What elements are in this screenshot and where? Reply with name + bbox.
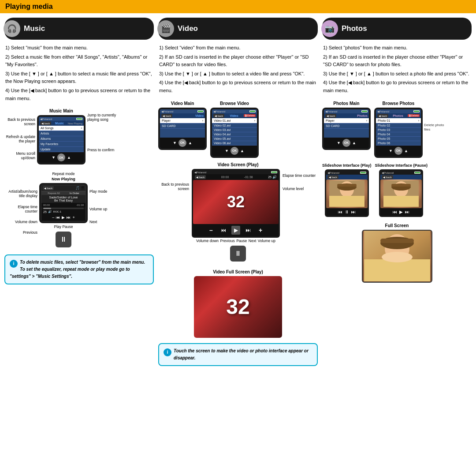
vid-file-6[interactable]: Video 06.avi [212, 141, 257, 146]
battery-indicator-v [197, 110, 204, 112]
vid-ok[interactable]: OK [178, 139, 186, 147]
video-screen-device: ◀Polaroid ◀ back 00:00 -01:38 25 🔊 [192, 169, 280, 238]
player-number: 32 [227, 193, 245, 211]
delete-photos-annotation: Delete photo files [424, 123, 448, 132]
next-btn[interactable]: ⏭ [67, 215, 71, 220]
page-header: Playing media [0, 0, 476, 13]
vol-down-label: Volume down [196, 239, 219, 243]
back-annotation: Back to previous screen [4, 117, 35, 126]
minus-btn[interactable]: – [52, 215, 54, 220]
bp-down[interactable]: ▼ [389, 149, 393, 153]
photo-4[interactable]: Photo 04 [376, 132, 421, 137]
vol-num-np: 25 [43, 210, 47, 213]
browse-photos-label: Browse Photos [383, 101, 415, 106]
update-item[interactable]: Update [39, 147, 84, 152]
albums-item[interactable]: Albums [39, 136, 84, 142]
vol-icon: 🔊 [272, 175, 277, 179]
video-instructions: 1) Select "video" from the main menu. 2)… [158, 44, 318, 95]
vol-up-btn[interactable]: + [256, 226, 265, 235]
vid-pause-large[interactable]: ⏸ [230, 246, 246, 262]
video-fullscreen-label: Video Full Screen (Play) [213, 269, 263, 274]
photo-6[interactable]: Photo 06 [376, 141, 421, 146]
vid-file-4[interactable]: Video 04.avi [212, 132, 257, 137]
down-button[interactable]: ▼ [52, 155, 56, 160]
sp-back[interactable]: ◀ back [327, 175, 338, 179]
video-devices-row: Video Main ◀Polaroid ◀ back Video Player… [158, 101, 318, 158]
np-back-btn[interactable]: ◀ back [43, 186, 54, 190]
spause-play[interactable]: ▶ [399, 209, 403, 214]
photos-tab[interactable]: Photos [357, 114, 368, 117]
bv-up[interactable]: ▲ [240, 149, 244, 153]
ss-next[interactable]: ⏭ [351, 209, 356, 214]
bv-tab[interactable]: Video [230, 114, 238, 117]
spause-back[interactable]: ◀ back [382, 175, 393, 179]
ss-prev[interactable]: ⏮ [338, 209, 342, 214]
video-info-text: Touch the screen to make the video or ph… [174, 348, 309, 360]
photos-icon: 📷 [321, 20, 338, 37]
artists-item[interactable]: Artists [39, 131, 84, 136]
back-button[interactable]: ◀ back [40, 121, 51, 125]
bp-tab[interactable]: Photos [393, 114, 403, 117]
all-songs-item[interactable]: All Songs› [39, 126, 84, 131]
vol-up-label: Volume up [258, 239, 275, 243]
pm-sdcard[interactable]: SD CARD [324, 123, 369, 129]
svg-rect-14 [380, 239, 414, 243]
video-info-box: i Touch the screen to make the video or … [158, 343, 318, 366]
photo-2[interactable]: Photo 02 [376, 123, 421, 128]
photos-section-header: 📷 Photos [322, 18, 472, 40]
slideshow-play-label: Slideshow Interface (Play) [322, 163, 372, 168]
bp-up[interactable]: ▲ [404, 149, 408, 153]
bv-ok[interactable]: OK [231, 147, 238, 155]
vid-file-1[interactable]: Video 01.avi› [212, 118, 257, 123]
vol-down-btn[interactable]: – [207, 226, 216, 235]
play-btn[interactable]: ▶ [62, 215, 65, 220]
now-playing-tab[interactable]: Now Playing [68, 122, 82, 125]
music-section-header: 🎧 Music [4, 18, 154, 40]
prev-btn[interactable]: ⏮ [56, 215, 60, 220]
spause-prev[interactable]: ⏮ [393, 209, 397, 214]
player-item[interactable]: Player› [160, 118, 205, 123]
delete-btn[interactable]: 🗑Delete [244, 114, 256, 117]
photo-3[interactable]: Photo 03 [376, 128, 421, 132]
photo-1[interactable]: Photo 01› [376, 118, 421, 123]
bp-ok[interactable]: OK [394, 147, 402, 155]
pm-player[interactable]: Player› [324, 118, 369, 123]
music-tab[interactable]: Music [55, 122, 64, 125]
vol-bar-np: ROC:1 [53, 210, 61, 213]
photo-5[interactable]: Photo 05 [376, 137, 421, 141]
photo-svg-pause [383, 180, 419, 207]
slideshow-play-device: ◀Polaroid ◀ back [325, 169, 369, 217]
vid-down[interactable]: ▼ [173, 141, 177, 145]
bp-back[interactable]: ◀ back [377, 114, 388, 118]
vid-up[interactable]: ▲ [188, 141, 192, 145]
vid-play-btn[interactable]: ▶ [231, 226, 240, 235]
spause-next[interactable]: ⏭ [405, 209, 409, 214]
sdcard-item[interactable]: SD CARD [160, 123, 205, 129]
video-screen-label: Video Screen (Play) [217, 162, 258, 167]
up-button[interactable]: ▲ [67, 155, 71, 160]
vs-back[interactable]: ◀ back [195, 175, 206, 179]
vid-prev-btn[interactable]: ⏮ [219, 226, 228, 235]
pause-button-large[interactable]: ⏸ [56, 232, 71, 247]
vid-back-btn[interactable]: ◀ back [161, 114, 172, 118]
battery-bp [413, 110, 420, 112]
pm-up[interactable]: ▲ [352, 141, 356, 145]
play-mode-annotation: Play mode [89, 189, 125, 194]
myfavorites-item[interactable]: My Favorites [39, 142, 84, 147]
pm-down[interactable]: ▼ [337, 141, 341, 145]
ss-pause[interactable]: ⏸ [345, 209, 349, 214]
vid-file-5[interactable]: Video 05.avi [212, 137, 257, 141]
pm-ok[interactable]: OK [342, 139, 350, 147]
vid-file-3[interactable]: Video 03.avi [212, 128, 257, 132]
bp-delete[interactable]: 🗑Delete [408, 114, 420, 117]
plus-btn[interactable]: + [72, 215, 74, 220]
vid-file-2[interactable]: Video 02.avi [212, 123, 257, 128]
bv-back[interactable]: ◀ back [213, 114, 224, 118]
pm-back[interactable]: ◀ back [325, 114, 336, 118]
vs-vol-num: 25 [268, 176, 271, 179]
bv-down[interactable]: ▼ [225, 149, 229, 153]
vid-next-btn[interactable]: ⏭ [244, 226, 253, 235]
video-column: 🎬 Video 1) Select "video" from the main … [158, 18, 318, 366]
ok-button[interactable]: OK [57, 153, 65, 161]
vid-tab[interactable]: Video [195, 114, 204, 117]
